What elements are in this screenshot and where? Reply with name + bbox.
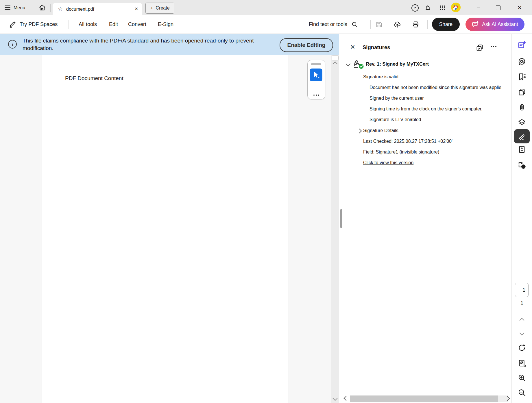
tab-edit[interactable]: Edit: [109, 15, 118, 34]
upload-cloud-button[interactable]: [393, 15, 401, 34]
maximize-icon: [496, 5, 500, 10]
scroll-up-icon[interactable]: [333, 62, 338, 66]
hamburger-icon: [5, 5, 10, 10]
window-close-button[interactable]: ✕: [515, 3, 524, 12]
widget-more-button[interactable]: [308, 95, 325, 96]
tab-convert[interactable]: Convert: [128, 15, 146, 34]
grid-icon: [439, 4, 446, 11]
find-text-button[interactable]: Find text or tools: [309, 15, 358, 34]
previous-page-button[interactable]: [511, 319, 532, 322]
bookmark-list-icon: [518, 73, 526, 81]
hscroll-left-arrow[interactable]: [344, 396, 348, 401]
validate-all-button[interactable]: [476, 44, 484, 52]
ask-ai-assistant-button[interactable]: Ask AI Assistant: [466, 18, 524, 31]
page-total-label: 1: [511, 300, 532, 306]
titlebar-divider: [50, 4, 51, 12]
create-label: Create: [156, 5, 170, 11]
document-area: PDF Document Content: [0, 55, 339, 403]
expand-details-icon[interactable]: [357, 129, 362, 134]
enable-editing-button[interactable]: Enable Editing: [280, 38, 333, 52]
home-button[interactable]: [38, 4, 46, 11]
refresh-button[interactable]: [511, 343, 532, 352]
zoom-in-button[interactable]: [511, 374, 532, 382]
pages-panel-button[interactable]: [511, 88, 532, 96]
tab-esign[interactable]: E-Sign: [158, 15, 173, 34]
cloud-upload-icon: [393, 21, 401, 29]
zoom-in-icon: [518, 374, 526, 382]
valid-item: Signing time is from the clock on the si…: [370, 106, 483, 112]
widget-drag-handle[interactable]: [311, 63, 321, 65]
title-bar: Menu ☆ document.pdf ✕ + Create ?: [0, 0, 532, 15]
next-page-button[interactable]: [511, 331, 532, 335]
comments-panel-button[interactable]: [511, 57, 532, 66]
help-button[interactable]: ?: [411, 4, 419, 12]
document-vertical-scrollbar[interactable]: [331, 55, 339, 403]
try-pdf-spaces-button[interactable]: Try PDF Spaces: [9, 15, 58, 34]
page-number-input[interactable]: 1: [515, 283, 529, 297]
panel-resize-grip[interactable]: [340, 209, 342, 228]
minimize-icon: −: [477, 5, 480, 11]
pdf-page-text: PDF Document Content: [65, 75, 123, 82]
toolbar-divider: [427, 20, 428, 29]
bell-icon: [424, 4, 431, 12]
apps-grid-button[interactable]: [439, 4, 446, 12]
avatar[interactable]: [451, 3, 461, 12]
window-maximize-button[interactable]: [494, 3, 503, 12]
comment-at-icon: [518, 57, 526, 66]
valid-item: Signed by the current user: [370, 96, 424, 101]
menu-label: Menu: [14, 5, 25, 10]
hscroll-thumb[interactable]: [350, 395, 498, 402]
menu-button[interactable]: Menu: [5, 0, 25, 15]
panel-close-icon[interactable]: ✕: [350, 44, 355, 51]
hscroll-right-arrow[interactable]: [506, 396, 509, 401]
conversion-info-button[interactable]: [511, 160, 532, 170]
paperclip-icon: [518, 103, 526, 112]
export-page-icon: [518, 359, 526, 367]
right-tool-sidebar: 1 1: [511, 34, 532, 403]
quick-tools-widget: [307, 60, 325, 99]
share-button[interactable]: Share: [432, 18, 460, 31]
pdfa-banner: i This file claims compliance with the P…: [0, 34, 339, 55]
export-view-button[interactable]: [511, 359, 532, 367]
convert-info-icon: [517, 160, 527, 170]
zoom-out-icon: [518, 388, 526, 397]
panel-options-button[interactable]: [491, 44, 496, 49]
cursor-icon: [312, 71, 320, 79]
certificate-tag-icon: [518, 145, 526, 154]
plus-icon: +: [150, 5, 153, 11]
zoom-out-button[interactable]: [511, 388, 532, 397]
tab-close-icon[interactable]: ✕: [134, 6, 138, 12]
create-button[interactable]: + Create: [145, 3, 174, 14]
info-icon: i: [8, 40, 17, 49]
scrollbar-thumb[interactable]: [332, 56, 339, 60]
ai-assistant-panel-button[interactable]: [511, 41, 532, 49]
toolbar-divider: [69, 20, 69, 29]
layers-panel-button[interactable]: [511, 118, 532, 127]
ai-document-icon: [518, 41, 526, 49]
window-close-icon: ✕: [517, 5, 522, 11]
scroll-down-icon[interactable]: [333, 396, 338, 401]
view-version-link[interactable]: Click to view this version: [363, 160, 413, 165]
last-checked-text: Last Checked: 2025.08.27 17:28:51 +02'00…: [363, 139, 452, 144]
window-minimize-button[interactable]: −: [474, 3, 483, 12]
signature-details-label[interactable]: Signature Details: [363, 128, 398, 133]
revision-label[interactable]: Rev. 1: Signed by MyTXCert: [366, 61, 429, 67]
bookmarks-panel-button[interactable]: [511, 73, 532, 81]
save-button[interactable]: [375, 15, 383, 34]
ask-ai-label: Ask AI Assistant: [482, 21, 518, 27]
notifications-button[interactable]: [424, 4, 431, 12]
signatures-panel-button-active[interactable]: [514, 129, 530, 143]
refresh-icon: [518, 343, 526, 352]
signatures-panel: ✕ Signatures Rev. 1: Signed by MyTXCert …: [339, 34, 511, 403]
document-tab[interactable]: ☆ document.pdf ✕: [53, 3, 142, 15]
attachments-panel-button[interactable]: [511, 103, 532, 112]
tab-all-tools[interactable]: All tools: [79, 15, 97, 34]
certificates-panel-button[interactable]: [511, 145, 532, 154]
favorite-star-icon[interactable]: ☆: [58, 5, 63, 12]
select-tool-button[interactable]: [310, 69, 322, 81]
collapse-revision-icon[interactable]: [346, 62, 351, 66]
valid-item: Signature is LTV enabled: [370, 117, 421, 122]
panel-horizontal-scrollbar[interactable]: [350, 395, 508, 402]
sidebar-divider: [517, 54, 527, 54]
print-button[interactable]: [412, 15, 420, 34]
